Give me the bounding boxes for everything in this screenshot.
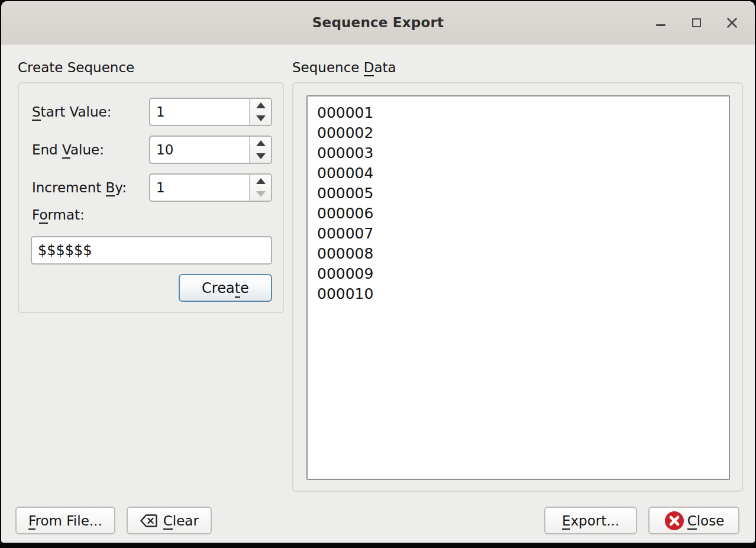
format-label: Format:	[32, 202, 85, 228]
red-cancel-icon	[664, 510, 685, 531]
start-value-input[interactable]	[150, 99, 249, 125]
maximize-icon	[692, 18, 701, 27]
window-title: Sequence Export	[312, 15, 444, 30]
footer-right-buttons: Export... Close	[544, 507, 739, 534]
sequence-data-list: 0000010000020000030000040000050000060000…	[317, 103, 729, 304]
sequence-data-listbox[interactable]: 0000010000020000030000040000050000060000…	[306, 95, 730, 480]
end-value-input[interactable]	[150, 137, 249, 163]
end-value-spin-buttons	[249, 137, 271, 163]
increment-by-spin-buttons	[249, 175, 271, 201]
dialog-frame: Sequence Export	[1, 1, 755, 543]
backspace-icon	[140, 514, 158, 528]
dialog-window: Sequence Export	[0, 0, 756, 548]
sequence-item: 000004	[317, 163, 729, 183]
start-value-label: Start Value:	[32, 98, 111, 126]
footer: From File... Clear Export...	[15, 507, 739, 534]
sequence-item: 000010	[317, 284, 729, 304]
close-window-icon	[726, 17, 738, 28]
start-value-spin-buttons	[249, 99, 271, 125]
end-value-spinbox	[149, 136, 272, 164]
increment-by-spinbox	[149, 173, 272, 202]
titlebar[interactable]: Sequence Export	[1, 1, 755, 44]
create-sequence-group: Start Value: End Value: Incr	[18, 82, 284, 313]
create-button[interactable]: Create	[179, 274, 272, 302]
dialog-content: Create Sequence Start Value: End Value:	[1, 44, 755, 543]
from-file-button[interactable]: From File...	[15, 507, 115, 534]
close-button[interactable]: Close	[648, 507, 739, 534]
start-value-spin-up-button[interactable]	[250, 99, 271, 112]
export-button[interactable]: Export...	[544, 507, 637, 534]
sequence-item: 000006	[317, 204, 729, 224]
start-value-spinbox	[149, 98, 272, 126]
end-value-label: End Value:	[32, 136, 104, 164]
minimize-icon	[656, 24, 665, 26]
sequence-data-group: 0000010000020000030000040000050000060000…	[292, 82, 743, 492]
sequence-item: 000003	[317, 143, 729, 163]
increment-by-label: Increment By:	[32, 173, 127, 202]
minimize-button[interactable]	[651, 12, 671, 33]
sequence-item: 000008	[317, 244, 729, 264]
sequence-item: 000001	[317, 103, 729, 123]
arrow-down-icon	[256, 153, 266, 159]
start-value-spin-down-button[interactable]	[250, 112, 271, 125]
increment-by-spin-down-button[interactable]	[250, 188, 271, 201]
sequence-data-label: Sequence Data	[292, 60, 396, 75]
format-input[interactable]	[31, 236, 272, 265]
clear-button[interactable]: Clear	[127, 507, 212, 534]
sequence-item: 000009	[317, 264, 729, 284]
end-value-spin-down-button[interactable]	[250, 150, 271, 163]
sequence-item: 000005	[317, 183, 729, 204]
sequence-item: 000007	[317, 224, 729, 244]
arrow-down-icon	[256, 115, 266, 121]
arrow-down-icon	[256, 191, 266, 197]
close-window-button[interactable]	[722, 12, 742, 33]
maximize-button[interactable]	[686, 12, 706, 33]
sequence-item: 000002	[317, 123, 729, 143]
arrow-up-icon	[256, 140, 266, 146]
footer-left-buttons: From File... Clear	[15, 507, 212, 534]
end-value-spin-up-button[interactable]	[250, 137, 271, 150]
increment-by-input[interactable]	[150, 175, 249, 201]
arrow-up-icon	[256, 102, 266, 108]
window-controls	[651, 1, 742, 44]
increment-by-spin-up-button[interactable]	[250, 175, 271, 188]
create-sequence-label: Create Sequence	[18, 60, 134, 75]
arrow-up-icon	[256, 178, 266, 184]
